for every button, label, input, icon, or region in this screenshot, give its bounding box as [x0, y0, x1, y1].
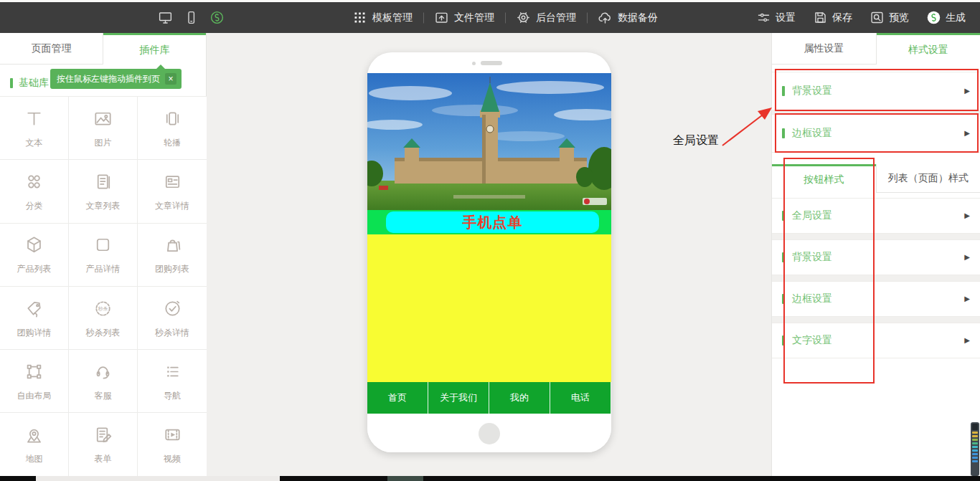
hero-image-block[interactable] [367, 73, 611, 210]
menu-file-management[interactable]: 文件管理 [423, 2, 505, 33]
tab-list-page-style[interactable]: 列表（页面）样式 [876, 164, 980, 193]
plugin-image[interactable]: 图片 [69, 97, 138, 160]
tab-plugin-library[interactable]: 插件库 [103, 33, 206, 65]
device-toggle-group [158, 2, 225, 33]
generate-button[interactable]: 生成 [926, 10, 966, 25]
plugin-text[interactable]: 文本 [0, 97, 69, 160]
plugin-product-list[interactable]: 产品列表 [0, 224, 69, 287]
section-button-border-settings[interactable]: 边框设置 ▶ [772, 281, 980, 317]
plugin-label: 文章列表 [86, 200, 121, 212]
plugin-video[interactable]: 视频 [138, 413, 207, 476]
cloud-upload-icon [598, 10, 613, 25]
plugin-navigation[interactable]: 导航 [138, 350, 207, 413]
phone-nav-mine[interactable]: 我的 [489, 382, 550, 414]
chevron-right-icon: ▶ [964, 87, 970, 95]
category-icon [23, 171, 45, 193]
phone-nav-about[interactable]: 关于我们 [428, 382, 489, 414]
link-circle-icon[interactable] [209, 10, 225, 25]
plugin-label: 团购列表 [155, 263, 189, 275]
list-icon [161, 361, 184, 383]
menu-data-backup[interactable]: 数据备份 [587, 2, 669, 33]
tab-style-settings[interactable]: 样式设置 [877, 33, 980, 65]
save-button[interactable]: 保存 [813, 10, 852, 25]
app-root: 模板管理 文件管理 后台管理 数据备份 [0, 0, 980, 481]
preview-icon [870, 10, 885, 25]
action-label: 生成 [946, 11, 966, 24]
scrollbar-thumb[interactable] [36, 476, 280, 481]
library-group-label: 基础库 [10, 77, 49, 90]
desktop-view-icon[interactable] [158, 10, 173, 25]
plugin-groupbuy-detail[interactable]: 团购详情 [0, 287, 69, 350]
seckill-clock-icon [92, 297, 114, 320]
plugin-category[interactable]: 分类 [0, 160, 69, 223]
plugin-label: 表单 [95, 453, 112, 465]
minimap-cap [972, 424, 978, 430]
free-layout-icon [23, 361, 45, 383]
chevron-right-icon: ▶ [964, 212, 970, 219]
preview-button[interactable]: 预览 [870, 10, 909, 25]
content-block[interactable] [367, 234, 611, 382]
plugin-article-list[interactable]: 文章列表 [69, 160, 138, 223]
plugin-customer-service[interactable]: 客服 [69, 350, 138, 413]
phone-nav-phone[interactable]: 电话 [550, 382, 611, 414]
plugin-product-detail[interactable]: 产品详情 [69, 224, 138, 287]
section-text-settings[interactable]: 文字设置 ▶ [772, 323, 980, 358]
page-minimap-widget[interactable] [971, 422, 979, 476]
title-banner-button[interactable]: 手机点单 [386, 211, 599, 233]
plugin-form[interactable]: 表单 [69, 413, 138, 476]
phone-top-bezel [367, 52, 611, 73]
menu-item-label: 文件管理 [454, 11, 494, 24]
settings-button[interactable]: 设置 [756, 10, 796, 25]
plugin-map[interactable]: 地图 [0, 413, 69, 476]
plugin-seckill-detail[interactable]: 秒杀详情 [138, 287, 207, 350]
menu-template-management[interactable]: 模板管理 [341, 2, 423, 33]
settings-panel: 属性设置 样式设置 背景设置 ▶ 边框设置 ▶ [771, 33, 980, 476]
menu-item-label: 模板管理 [372, 11, 413, 24]
action-label: 预览 [889, 11, 909, 24]
design-canvas[interactable]: 手机点单 首页 关于我们 我的 电话 [207, 33, 771, 476]
close-icon[interactable]: × [165, 73, 176, 85]
horizontal-scrollbar[interactable] [0, 476, 980, 481]
plugin-carousel[interactable]: 轮播 [138, 97, 207, 160]
main-menu: 模板管理 文件管理 后台管理 数据备份 [341, 2, 669, 33]
tab-button-style[interactable]: 按钮样式 [772, 164, 876, 193]
banner-strip: 手机点单 [367, 210, 611, 234]
nav-item-label: 首页 [388, 391, 407, 404]
mobile-view-icon[interactable] [184, 10, 199, 25]
grid-icon [352, 10, 367, 25]
plugin-seckill-list[interactable]: 秒杀列表 [69, 287, 138, 350]
section-button-background-settings[interactable]: 背景设置 ▶ [772, 239, 980, 275]
speaker-pill [481, 61, 502, 65]
plugin-label: 团购详情 [17, 327, 52, 339]
menu-backend-management[interactable]: 后台管理 [505, 2, 587, 33]
section-label: 边框设置 [792, 292, 832, 305]
plugin-groupbuy-list[interactable]: 团购列表 [138, 224, 207, 287]
plugin-free-layout[interactable]: 自由布局 [0, 350, 69, 413]
plugin-article-detail[interactable]: 文章详情 [138, 160, 207, 223]
image-icon [92, 108, 114, 130]
section-background-settings[interactable]: 背景设置 ▶ [772, 72, 980, 110]
section-label: 全局设置 [792, 209, 832, 222]
generate-icon [926, 10, 941, 25]
drag-hint-tooltip: 按住鼠标左键拖动插件到页 × [50, 69, 182, 89]
camera-dot [472, 62, 476, 65]
phone-nav-home[interactable]: 首页 [367, 382, 428, 414]
tab-label: 插件库 [140, 44, 170, 57]
nav-item-label: 电话 [571, 391, 590, 404]
save-icon [813, 10, 828, 25]
nav-item-label: 关于我们 [440, 391, 477, 404]
section-border-settings[interactable]: 边框设置 ▶ [772, 114, 980, 153]
tab-label: 按钮样式 [804, 173, 844, 186]
menu-item-label: 后台管理 [536, 11, 576, 24]
scrollbar-segment [387, 476, 423, 481]
tab-attribute-settings[interactable]: 属性设置 [772, 33, 877, 65]
plugin-label: 分类 [26, 200, 43, 212]
section-global-settings[interactable]: 全局设置 ▶ [772, 198, 980, 234]
plugin-label: 秒杀列表 [86, 327, 121, 339]
phone-bottom-nav: 首页 关于我们 我的 电话 [367, 382, 611, 414]
chevron-right-icon: ▶ [964, 295, 970, 303]
square-icon [92, 234, 114, 256]
green-bar-marker [782, 86, 785, 96]
tab-page-management[interactable]: 页面管理 [0, 33, 103, 65]
form-pencil-icon [92, 424, 114, 446]
